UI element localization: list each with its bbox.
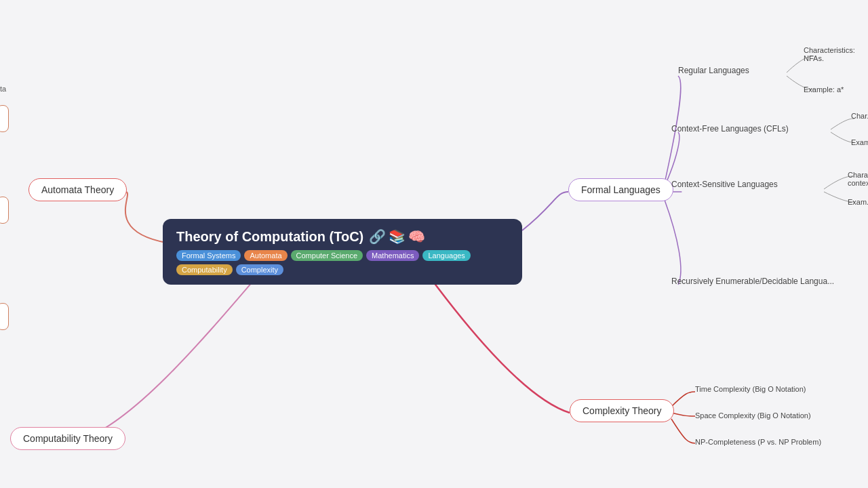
book-icon: 📚 [389, 228, 406, 245]
complexity-theory-label: Complexity Theory [570, 399, 674, 422]
context-sensitive-node[interactable]: Context-Sensitive Languages [671, 180, 778, 189]
left-cutoff-top [0, 105, 9, 132]
center-node[interactable]: Theory of Computation (ToC) 🔗 📚 🧠 Formal… [163, 219, 522, 285]
computability-theory-node[interactable]: Computability Theory [10, 427, 125, 450]
context-sens-char: Chara... contex... [848, 171, 868, 187]
automata-theory-node[interactable]: Automata Theory [28, 178, 127, 201]
context-sens-exam: Exam... [848, 198, 868, 206]
rec-enum-node[interactable]: Recursively Enumerable/Decidable Langua.… [671, 277, 834, 286]
brain-icon: 🧠 [408, 228, 425, 245]
tag-computability[interactable]: Computability [176, 264, 233, 275]
center-node-title: Theory of Computation (ToC) 🔗 📚 🧠 [176, 228, 509, 245]
tag-formal-systems[interactable]: Formal Systems [176, 250, 241, 261]
tag-mathematics[interactable]: Mathematics [366, 250, 419, 261]
tag-automata[interactable]: Automata [244, 250, 287, 261]
time-complexity[interactable]: Time Complexity (Big O Notation) [695, 385, 806, 393]
complexity-theory-node[interactable]: Complexity Theory [570, 399, 674, 422]
regular-example: Example: a* [804, 85, 844, 94]
np-completeness[interactable]: NP-Completeness (P vs. NP Problem) [695, 438, 821, 446]
cfl-exam: Exam... [851, 138, 868, 146]
formal-languages-node[interactable]: Formal Languages [568, 178, 673, 201]
cfl-char: Char... [851, 112, 868, 120]
space-complexity[interactable]: Space Complexity (Big O Notation) [695, 411, 811, 420]
regular-characteristics: Characteristics: NFAs. [804, 46, 868, 62]
left-edge-top: ta [0, 85, 6, 93]
tags-container: Formal Systems Automata Computer Science… [176, 250, 509, 275]
cfl-node[interactable]: Context-Free Languages (CFLs) [671, 124, 789, 134]
formal-languages-label: Formal Languages [568, 178, 673, 201]
center-node-title-text: Theory of Computation (ToC) [176, 229, 363, 245]
tag-complexity[interactable]: Complexity [236, 264, 283, 275]
automata-theory-label: Automata Theory [28, 178, 127, 201]
link-icon: 🔗 [369, 228, 386, 245]
tag-languages[interactable]: Languages [422, 250, 470, 261]
computability-theory-label: Computability Theory [10, 427, 125, 450]
tag-computer-science[interactable]: Computer Science [291, 250, 363, 261]
left-cutoff-mid [0, 197, 9, 224]
center-node-icons: 🔗 📚 🧠 [369, 228, 425, 245]
regular-languages-node[interactable]: Regular Languages [678, 66, 749, 75]
left-cutoff-bot [0, 303, 9, 330]
